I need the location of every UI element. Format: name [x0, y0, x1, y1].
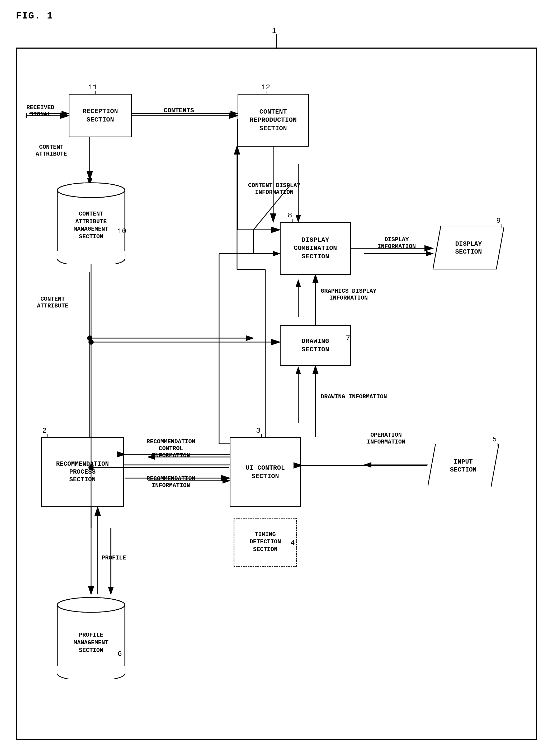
ref-2: 2 [42, 427, 47, 435]
ref-4: 4 [290, 539, 295, 547]
ref-3-line [261, 434, 262, 438]
ref-5-line [497, 443, 498, 446]
ref-9-line [501, 224, 502, 228]
display-section-parallelogram: DISPLAY SECTION [433, 226, 504, 269]
ref-6: 6 [117, 650, 122, 658]
ref-7: 7 [346, 334, 350, 342]
drawing-section-box: DRAWING SECTION [280, 325, 351, 366]
timing-detection-box: TIMING DETECTION SECTION [234, 518, 297, 567]
svg-text:DISPLAY: DISPLAY [455, 240, 482, 248]
svg-point-30 [57, 183, 125, 198]
ref-1-line [276, 35, 277, 49]
graphics-display-info-label: GRAPHICS DISPLAY INFORMATION [321, 288, 376, 302]
ref-11: 11 [88, 83, 97, 91]
ref-8-line [293, 219, 293, 222]
svg-marker-31 [433, 226, 504, 269]
profile-label: PROFILE [102, 555, 126, 562]
ref-2-line [47, 434, 48, 438]
display-combination-box: DISPLAY COMBINATION SECTION [280, 222, 351, 275]
content-display-info-label: CONTENT DISPLAY INFORMATION [248, 182, 300, 196]
ref-10: 10 [117, 227, 127, 235]
display-info-label: DISPLAY INFORMATION [378, 236, 416, 251]
ref-12: 12 [261, 83, 270, 91]
ref-11-line [95, 90, 95, 94]
svg-text:SECTION: SECTION [455, 248, 482, 256]
operation-info-label: OPERATION INFORMATION [367, 432, 405, 446]
received-signal-label: RECEIVED SIGNAL [26, 105, 54, 118]
recommendation-info-label: RECOMMENDATION INFORMATION [147, 475, 195, 489]
ref-5: 5 [492, 435, 497, 443]
ui-control-box: UI CONTROL SECTION [230, 437, 301, 507]
svg-text:INPUT: INPUT [454, 458, 473, 466]
received-signal-arrow: → [23, 114, 27, 120]
svg-marker-34 [427, 444, 499, 487]
ref-12-line [266, 90, 267, 94]
content-attribute-mgmt-cylinder: CONTENT ATTRIBUTE MANAGEMENT SECTION [57, 180, 126, 264]
content-attribute-label-2: CONTENT ATTRIBUTE [37, 296, 68, 310]
svg-rect-40 [57, 666, 125, 674]
input-section-parallelogram: INPUT SECTION [427, 444, 499, 487]
drawing-info-label: DRAWING INFORMATION [321, 394, 387, 401]
ref-3: 3 [256, 427, 260, 435]
profile-mgmt-cylinder: PROFILE MANAGEMENT SECTION [57, 594, 126, 679]
recommendation-process-box: RECOMMENDATION PROCESS SECTION [41, 437, 124, 507]
recommendation-control-label: RECOMMENDATION CONTROL INFORMATION [147, 438, 195, 459]
ref-1: 1 [272, 26, 276, 36]
svg-rect-29 [57, 251, 125, 259]
reception-section-box: RECEPTION SECTION [69, 94, 132, 137]
fig-label: FIG. 1 [16, 11, 53, 21]
contents-label: CONTENTS [164, 107, 194, 115]
ref-9: 9 [496, 217, 501, 225]
svg-point-41 [57, 598, 125, 612]
content-reproduction-box: CONTENT REPRODUCTION SECTION [238, 94, 309, 147]
ref-8: 8 [288, 211, 292, 219]
svg-text:SECTION: SECTION [450, 466, 477, 473]
content-attribute-label-1: CONTENT ATTRIBUTE [35, 144, 67, 158]
